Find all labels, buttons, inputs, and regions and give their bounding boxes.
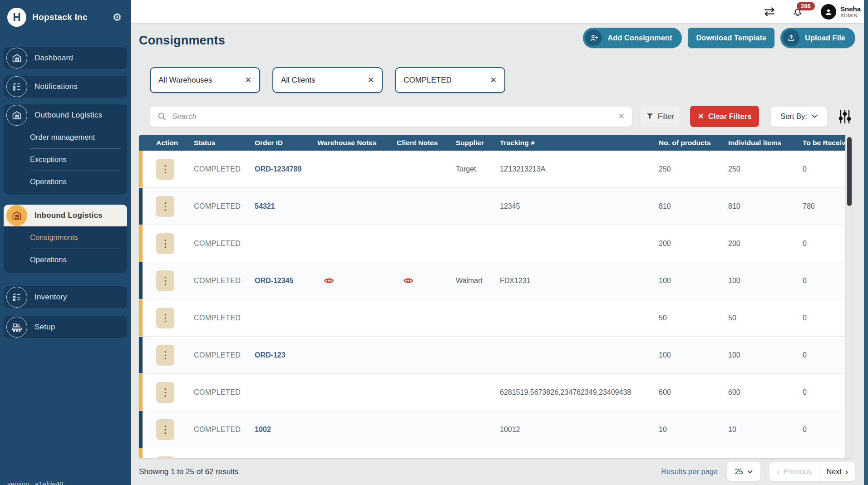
page-actions: Add Consignment Download Template Upload… — [583, 28, 855, 48]
inbound-submenu: Consignments Operations — [4, 226, 127, 273]
order-id-cell: ORD-12345 — [255, 262, 317, 299]
sidebar-item-outbound-logistics[interactable]: Outbound Logistics — [4, 104, 127, 126]
filter-button[interactable]: Filter — [640, 107, 680, 127]
no-of-products-cell: 600 — [659, 374, 728, 411]
status-cell: COMPLETED — [194, 151, 255, 187]
notification-count-badge: 286 — [797, 2, 815, 10]
client-notes-cell — [397, 151, 456, 187]
upload-file-label: Upload File — [805, 34, 845, 42]
table-body: ⋮ COMPLETED ORD-1234789 Target 1Z1321321… — [139, 151, 853, 458]
status-cell: COMPLETED — [194, 337, 255, 373]
checklist-icon — [6, 76, 27, 97]
user-info[interactable]: Sneha ADMIN — [840, 5, 861, 19]
client-note-eye-icon[interactable] — [403, 275, 414, 286]
client-notes-cell — [397, 225, 456, 262]
chevron-down-icon — [812, 114, 818, 118]
individual-items-cell: 200 — [728, 225, 803, 262]
no-of-products-cell: 10 — [659, 411, 728, 448]
upload-file-button[interactable]: Upload File — [780, 28, 855, 48]
to-be-received-cell: 0 — [803, 411, 845, 448]
sidebar-item-outbound-operations[interactable]: Operations — [4, 171, 127, 193]
sidebar-header: H Hopstack Inc ⚙ — [0, 0, 131, 34]
no-of-products-cell: 50 — [659, 299, 728, 336]
row-actions-button[interactable]: ⋮ — [156, 308, 174, 328]
sidebar-item-setup[interactable]: Setup — [4, 316, 127, 338]
sidebar-item-dashboard[interactable]: Dashboard — [4, 47, 127, 69]
clear-search-icon[interactable]: ✕ — [618, 112, 625, 121]
clear-filters-button[interactable]: ✕ Clear Filters — [690, 106, 759, 127]
row-actions-button[interactable]: ⋮ — [156, 233, 174, 254]
warehouse-notes-cell — [317, 337, 397, 373]
sidebar-item-consignments[interactable]: Consignments — [4, 226, 127, 249]
individual-items-cell: 250 — [728, 151, 803, 187]
sort-by-label: Sort By: — [780, 112, 807, 121]
page-size-select[interactable]: 25 — [727, 462, 760, 481]
sort-by-button[interactable]: Sort By: — [771, 107, 827, 127]
no-of-products-cell — [659, 448, 728, 458]
add-user-icon — [585, 29, 602, 46]
company-name: Hopstack Inc — [32, 12, 88, 22]
row-accent-strip — [139, 411, 143, 448]
table-row: ⋮ COMPLETED 200 200 0 — [139, 225, 845, 262]
sidebar-item-inbound-logistics[interactable]: Inbound Logistics — [4, 205, 127, 226]
row-accent-strip — [139, 374, 143, 411]
kebab-icon: ⋮ — [160, 164, 170, 174]
scrollbar-thumb[interactable] — [847, 137, 852, 206]
row-actions-button[interactable]: ⋮ — [156, 196, 174, 217]
next-page-button[interactable]: Next › — [819, 462, 855, 481]
add-consignment-button[interactable]: Add Consignment — [583, 28, 682, 48]
sidebar-item-inbound-operations[interactable]: Operations — [4, 249, 127, 271]
chip-all-clients[interactable]: All Clients ✕ — [272, 67, 383, 93]
row-actions-button[interactable]: ⋮ — [156, 382, 174, 403]
previous-label: Previous — [784, 468, 812, 476]
status-cell — [194, 448, 255, 458]
order-id-cell: ORD-123 — [255, 337, 317, 373]
notifications-bell-icon[interactable]: 286 — [792, 6, 804, 18]
warehouse-note-eye-icon[interactable] — [324, 275, 334, 286]
search-input[interactable] — [172, 112, 618, 121]
column-header-to-be-received: To be Received — [803, 135, 845, 151]
chip-label: All Warehouses — [158, 76, 212, 85]
individual-items-cell — [728, 448, 803, 458]
chip-all-warehouses[interactable]: All Warehouses ✕ — [150, 67, 260, 93]
order-id-cell — [255, 225, 317, 262]
window-scrollbar-strip[interactable] — [864, 0, 868, 485]
sidebar-item-order-management[interactable]: Order management — [4, 126, 127, 148]
row-accent-strip — [139, 448, 143, 458]
kebab-icon: ⋮ — [160, 313, 170, 323]
sidebar-item-notifications[interactable]: Notifications — [4, 76, 127, 98]
chip-status-completed[interactable]: COMPLETED ✕ — [395, 67, 505, 93]
upload-icon — [783, 29, 799, 46]
download-template-button[interactable]: Download Template — [688, 28, 774, 48]
filter-label: Filter — [658, 112, 675, 121]
sidebar-item-exceptions[interactable]: Exceptions — [4, 148, 127, 171]
table-scrollbar[interactable] — [845, 135, 853, 458]
tracking-cell: 10012 — [500, 411, 659, 448]
client-notes-cell — [397, 262, 456, 299]
row-actions-button[interactable]: ⋮ — [156, 419, 174, 440]
settings-gear-icon[interactable]: ⚙ — [112, 12, 122, 23]
row-actions-button[interactable]: ⋮ — [156, 270, 174, 291]
chip-label: COMPLETED — [404, 76, 452, 85]
individual-items-cell: 100 — [728, 337, 803, 373]
status-cell: COMPLETED — [194, 411, 255, 448]
row-actions-button[interactable]: ⋮ — [156, 345, 174, 366]
close-icon[interactable]: ✕ — [245, 75, 252, 85]
next-label: Next — [827, 468, 842, 476]
version-text: version : a1efde48 — [7, 480, 63, 485]
sidebar-item-inventory[interactable]: Inventory — [4, 286, 127, 308]
user-avatar[interactable] — [821, 4, 836, 20]
to-be-received-cell: 0 — [803, 262, 845, 299]
action-cell: ⋮ — [143, 151, 194, 187]
row-actions-button[interactable]: ⋮ — [156, 159, 174, 180]
column-settings-button[interactable] — [838, 109, 852, 124]
pagination: ‹ Previous Next › — [769, 462, 855, 481]
kebab-icon: ⋮ — [160, 387, 170, 397]
previous-page-button[interactable]: ‹ Previous — [769, 462, 819, 481]
order-id-cell: 54321 — [255, 188, 317, 225]
close-icon[interactable]: ✕ — [490, 75, 497, 85]
close-icon[interactable]: ✕ — [368, 75, 374, 85]
swap-arrows-icon[interactable] — [763, 7, 776, 17]
kebab-icon: ⋮ — [160, 350, 170, 360]
filter-chips: All Warehouses ✕ All Clients ✕ COMPLETED… — [150, 67, 505, 93]
